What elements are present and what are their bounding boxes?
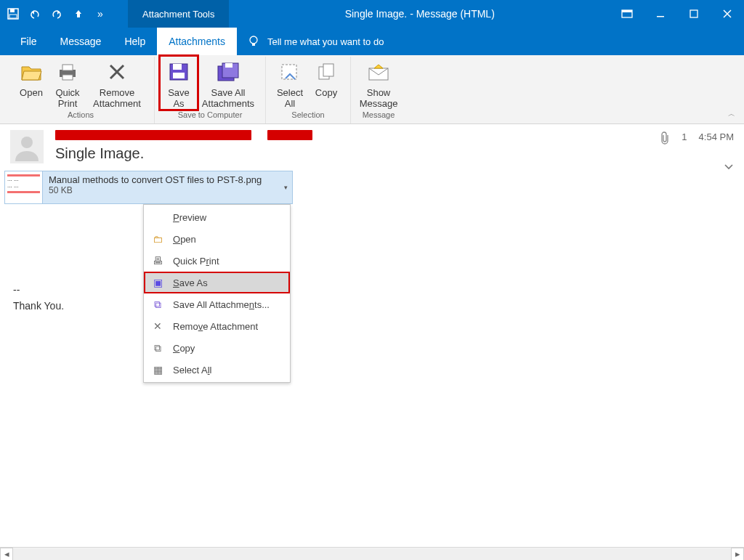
svg-rect-17 — [225, 63, 232, 68]
svg-rect-5 — [657, 16, 664, 17]
svg-rect-11 — [62, 75, 73, 80]
attachment-dropdown-icon[interactable]: ▾ — [279, 171, 292, 203]
attachment-chip[interactable]: ··· ······ ··· Manual methods to convert… — [4, 171, 293, 204]
ctx-copy[interactable]: ⧉ Copy — [144, 337, 290, 359]
more-icon[interactable]: » — [92, 5, 109, 23]
group-message-label: Message — [363, 109, 395, 121]
tab-file[interactable]: File — [9, 28, 49, 55]
minimize-icon[interactable] — [644, 0, 677, 28]
select-all-button[interactable]: Select All — [272, 57, 308, 109]
group-actions: Open Quick Print Remove Attachment Actio… — [7, 57, 155, 123]
copy-icon: ⧉ — [151, 342, 164, 354]
svg-rect-6 — [690, 10, 698, 17]
scroll-left-icon[interactable]: ◂ — [0, 548, 13, 561]
group-selection-label: Selection — [291, 109, 324, 121]
ctx-saveall-label: Save All Attachments... — [173, 299, 270, 310]
svg-point-7 — [250, 36, 257, 44]
tab-attachments[interactable]: Attachments — [157, 28, 237, 55]
quick-access-toolbar: » — [0, 0, 113, 28]
window-controls — [610, 0, 744, 28]
ribbon-tabs: File Message Help Attachments Tell me wh… — [0, 28, 744, 55]
ctx-quickprint-label: Quick Print — [173, 256, 219, 267]
show-message-label: Show Message — [360, 87, 398, 109]
ctx-saveas-label: ave As — [179, 277, 208, 288]
attachment-area: ··· ······ ··· Manual methods to convert… — [0, 168, 744, 204]
collapse-ribbon-icon[interactable]: ︿ — [728, 109, 735, 119]
horizontal-scrollbar[interactable]: ◂ ▸ — [0, 547, 744, 560]
group-save-label: Save to Computer — [178, 109, 243, 121]
save-as-button[interactable]: Save As — [161, 57, 197, 109]
save-all-icon: ⧉ — [151, 299, 164, 311]
svg-point-22 — [21, 137, 33, 148]
tell-me-label: Tell me what you want to do — [267, 36, 384, 47]
ctx-open[interactable]: 🗀 Open — [144, 228, 290, 250]
remove-attachment-button[interactable]: Remove Attachment — [86, 57, 148, 109]
scroll-right-icon[interactable]: ▸ — [731, 548, 744, 561]
maximize-icon[interactable] — [677, 0, 711, 28]
copy-label: Copy — [315, 87, 337, 98]
remove-icon: ✕ — [151, 320, 164, 332]
svg-rect-18 — [282, 65, 296, 79]
quick-print-label: Quick Print — [55, 87, 79, 109]
save-icon: ▣ — [151, 277, 164, 288]
group-message: Show Message Message — [351, 57, 406, 123]
avatar — [10, 130, 44, 163]
window-title: Single Image. - Message (HTML) — [229, 8, 610, 20]
group-actions-label: Actions — [68, 109, 94, 121]
tab-message[interactable]: Message — [49, 28, 113, 55]
select-all-icon — [280, 60, 300, 84]
ctx-preview[interactable]: Preview — [144, 206, 290, 228]
svg-rect-14 — [173, 73, 185, 78]
message-subject: Single Image. — [55, 145, 648, 162]
save-icon[interactable] — [4, 5, 22, 23]
ctx-open-label: pen — [180, 234, 196, 245]
attachment-size: 50 KB — [49, 185, 273, 195]
up-arrow-icon[interactable] — [70, 5, 87, 23]
ctx-select-all[interactable]: ▦ Select All — [144, 359, 290, 381]
ctx-save-all[interactable]: ⧉ Save All Attachments... — [144, 293, 290, 315]
message-time: 4:54 PM — [699, 131, 734, 142]
paperclip-icon — [660, 131, 670, 145]
bulb-icon — [247, 35, 260, 48]
folder-open-icon: 🗀 — [151, 233, 164, 245]
copy-icon — [317, 60, 336, 84]
open-label: Open — [20, 87, 43, 98]
body-thanks: Thank You. — [13, 300, 731, 312]
ctx-remove[interactable]: ✕ Remove Attachment — [144, 315, 290, 337]
save-all-icon — [217, 60, 240, 84]
title-bar: » Attachment Tools Single Image. - Messa… — [0, 0, 744, 28]
remove-label: Remove Attachment — [93, 87, 141, 109]
copy-button[interactable]: Copy — [308, 57, 344, 109]
attachment-filename: Manual methods to convert OST files to P… — [49, 174, 262, 185]
attachment-context-menu: Preview 🗀 Open 🖶 Quick Print ▣ Save As ⧉… — [143, 204, 291, 383]
quick-print-button[interactable]: Quick Print — [49, 57, 86, 109]
attachment-count: 1 — [682, 131, 687, 142]
open-icon — [20, 60, 42, 84]
contextual-tab-label: Attachment Tools — [128, 0, 229, 28]
show-message-button[interactable]: Show Message — [357, 57, 400, 109]
tell-me[interactable]: Tell me what you want to do — [237, 28, 394, 55]
save-all-button[interactable]: Save All Attachments — [197, 57, 259, 109]
ctx-quick-print[interactable]: 🖶 Quick Print — [144, 250, 290, 272]
ctx-copy-label: opy — [179, 343, 195, 354]
close-icon[interactable] — [711, 0, 744, 28]
tab-help[interactable]: Help — [113, 28, 157, 55]
undo-icon[interactable] — [26, 5, 44, 23]
group-save: Save As Save All Attachments Save to Com… — [155, 57, 266, 123]
sender-redacted — [55, 130, 648, 142]
remove-icon — [108, 60, 126, 84]
scroll-track[interactable] — [13, 548, 731, 560]
ribbon: Open Quick Print Remove Attachment Actio… — [0, 55, 744, 124]
svg-rect-10 — [62, 65, 73, 70]
printer-icon: 🖶 — [151, 255, 164, 267]
svg-rect-8 — [252, 44, 255, 46]
redo-icon[interactable] — [48, 5, 65, 23]
svg-rect-4 — [622, 10, 632, 12]
svg-rect-1 — [10, 9, 15, 12]
envelope-icon — [368, 60, 389, 84]
open-button[interactable]: Open — [13, 57, 49, 109]
printer-icon — [57, 60, 78, 84]
ctx-save-as[interactable]: ▣ Save As — [144, 272, 290, 293]
ribbon-display-icon[interactable] — [610, 0, 644, 28]
ctx-remove-label: Remove Attachment — [173, 321, 258, 332]
